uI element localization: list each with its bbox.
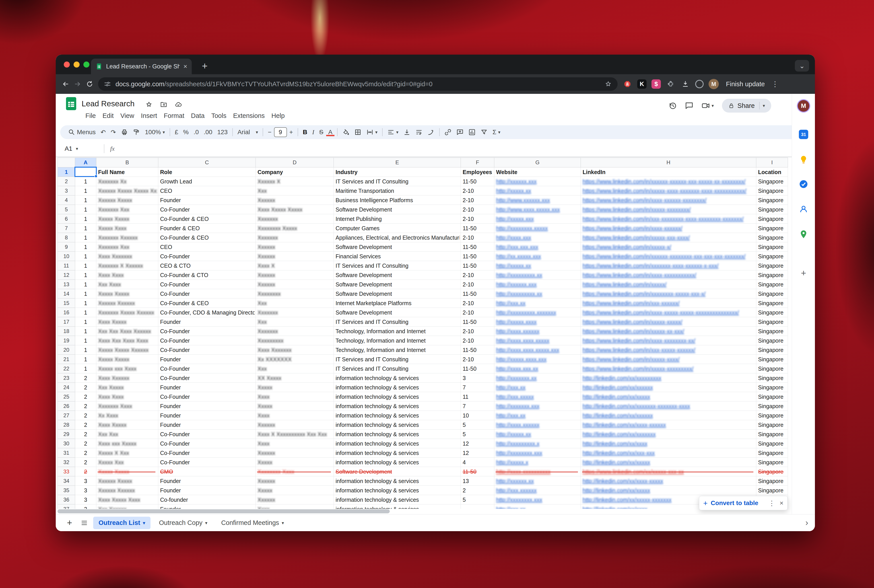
cell[interactable]: http://linkedin.com/xx/xxxxx [581, 392, 756, 401]
cell-header-industry[interactable]: Industry [334, 167, 461, 177]
row-header-5[interactable]: 5 [58, 205, 75, 214]
cell[interactable]: 12 [461, 439, 494, 448]
font-select[interactable]: Arial▾ [235, 129, 260, 136]
cell[interactable]: CMO [158, 467, 256, 476]
cell-header-full-name[interactable]: Full Name [96, 167, 158, 177]
cell[interactable]: Internet Publishing [334, 214, 461, 224]
cell[interactable]: Xxx Xxx [96, 429, 158, 439]
cell[interactable]: Singapore [756, 205, 788, 214]
cell[interactable]: http://xxxx.xxxx.xxxxx [494, 336, 581, 345]
cell[interactable]: 2 [75, 392, 96, 401]
cell[interactable]: Xxxxx [256, 383, 334, 392]
convert-to-table-toast[interactable]: + Convert to table ⋮ × [699, 496, 788, 510]
cell[interactable]: https://www.linkedin.com/in/xxxxxx-xxxxx… [581, 177, 756, 186]
cell[interactable]: information technology & services [334, 374, 461, 383]
cell[interactable]: 1 [75, 195, 96, 205]
cell[interactable]: Co-Founder [158, 336, 256, 345]
insert-comment-icon[interactable] [454, 129, 466, 136]
cell[interactable]: Co-Founder & CEO [158, 233, 256, 242]
cell[interactable]: http://xxxxxxxx.xxx [494, 448, 581, 458]
cell[interactable]: https://www.linkedin.com/in/xxxx-xxxxxx/ [581, 224, 756, 233]
cell[interactable]: 11-50 [461, 317, 494, 327]
cell[interactable]: 10 [461, 411, 494, 420]
menu-data[interactable]: Data [188, 112, 208, 120]
menu-insert[interactable]: Insert [138, 112, 161, 120]
cell[interactable]: information technology & services [334, 495, 461, 504]
cell-header-role[interactable]: Role [158, 167, 256, 177]
cell[interactable]: 1 [75, 317, 96, 327]
cell[interactable]: IT Services and IT Consulting [334, 355, 461, 364]
cell[interactable]: 11-50 [461, 261, 494, 270]
cell[interactable]: 11 [461, 392, 494, 401]
cell[interactable]: Xxxxxx Xxxxx [96, 476, 158, 486]
sheets-logo-icon[interactable] [66, 96, 77, 111]
redo-icon[interactable]: ↷ [108, 129, 119, 136]
cell[interactable]: Xxxxx X Xxx [96, 448, 158, 458]
cell[interactable]: 2-10 [461, 195, 494, 205]
cell[interactable]: Founder [158, 383, 256, 392]
cell[interactable]: Xxxx [256, 439, 334, 448]
cell[interactable]: 2 [75, 411, 96, 420]
row-header-12[interactable]: 12 [58, 270, 75, 280]
cell[interactable]: http://xxxx.xxxxxx [494, 420, 581, 429]
menu-help[interactable]: Help [268, 112, 288, 120]
cell[interactable]: http://xxx.xx [494, 383, 581, 392]
cell[interactable]: 2-10 [461, 308, 494, 317]
menu-view[interactable]: View [117, 112, 138, 120]
cell[interactable]: IT Services and IT Consulting [334, 317, 461, 327]
cell[interactable]: Xxxxxxx Xxxxxx [96, 233, 158, 242]
menus-search-button[interactable]: Menus [66, 129, 98, 136]
cell[interactable]: Founder [158, 476, 256, 486]
cell[interactable]: 2 [75, 439, 96, 448]
row-header-30[interactable]: 30 [58, 439, 75, 448]
cell[interactable]: 2-10 [461, 327, 494, 336]
bold-button[interactable]: B [300, 129, 310, 136]
row-header-24[interactable]: 24 [58, 383, 75, 392]
cell[interactable]: Xx Xxxx [96, 411, 158, 420]
cell[interactable]: Software Development [334, 242, 461, 252]
cell[interactable]: Xxxxxx [256, 195, 334, 205]
cell[interactable]: 2-10 [461, 186, 494, 195]
functions-button[interactable]: Σ▾ [490, 129, 503, 136]
zoom-window-button[interactable] [83, 62, 89, 68]
cell[interactable]: http://xxxxxxxxx.xx [494, 289, 581, 298]
cell[interactable]: http://linkedin.com/xx/xxxx-xxxxxx [581, 420, 756, 429]
cell[interactable]: Co-Founder [158, 392, 256, 401]
cell[interactable]: https://www.linkedin.com/in/xxxx-xxxxx-x… [581, 308, 756, 317]
cell[interactable]: http://xxxxx.xxx [494, 214, 581, 224]
cell[interactable]: Xxxxxx Xxxxx Xxxxx Xxx [96, 186, 158, 195]
cell[interactable]: Co-Founder [158, 374, 256, 383]
row-header-17[interactable]: 17 [58, 317, 75, 327]
cell[interactable]: Xxxxxxxx Xxxxx [256, 224, 334, 233]
cell[interactable]: http://xxx.xx [494, 411, 581, 420]
cell[interactable]: http://xxxxxx.xxx [494, 280, 581, 289]
row-header-13[interactable]: 13 [58, 280, 75, 289]
cell[interactable]: https://www.linkedin.com/in/xxxxx/ [581, 280, 756, 289]
cell[interactable]: http://xxxx.xxxx.xxxxx.xxx [494, 345, 581, 355]
cell[interactable]: Xxxxx Xxxxx [96, 289, 158, 298]
cell[interactable]: Xxxxx Xxx [96, 458, 158, 467]
cell[interactable]: 5 [461, 429, 494, 439]
cell[interactable]: http://xxxxxx.xx [494, 476, 581, 486]
cell[interactable]: information technology & services [334, 439, 461, 448]
scrollbar-thumb[interactable] [57, 509, 390, 513]
cell[interactable]: 2-10 [461, 205, 494, 214]
cell[interactable]: 11-50 [461, 242, 494, 252]
cell[interactable]: Xxxxxx Xxxxx [96, 195, 158, 205]
cell[interactable]: Founder [158, 401, 256, 411]
cell[interactable]: XX Xxxxx [256, 374, 334, 383]
cell[interactable]: Software Development [334, 308, 461, 317]
cell[interactable]: Singapore [756, 298, 788, 308]
forward-icon[interactable] [74, 81, 81, 88]
new-tab-button[interactable]: + [199, 60, 210, 72]
name-box[interactable]: A1▾ [65, 145, 102, 152]
text-wrap-icon[interactable] [413, 129, 425, 136]
column-header-G[interactable]: G [494, 158, 581, 167]
row-header-35[interactable]: 35 [58, 486, 75, 495]
cell[interactable]: Singapore [756, 401, 788, 411]
column-header-A[interactable]: A [75, 158, 96, 167]
cell[interactable]: https://www.linkedin.com/in/xxxxx-xxxx-x… [581, 186, 756, 195]
cell[interactable]: Founder & CEO [158, 224, 256, 233]
cell[interactable]: Xxxx Xxxxx [96, 317, 158, 327]
back-icon[interactable] [62, 81, 69, 88]
